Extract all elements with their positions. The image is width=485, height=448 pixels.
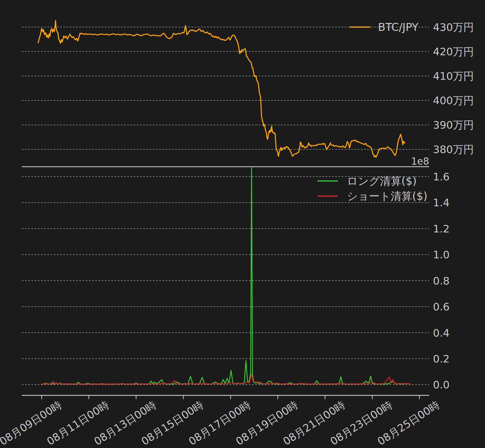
axes-separator: 1e8: [22, 156, 429, 167]
liquidation-gridlines: [22, 177, 429, 385]
price-y-tick-label: 420万円: [433, 46, 474, 58]
price-y-tick-label: 410万円: [433, 70, 474, 82]
dual-chart-figure: 430万円420万円410万円400万円390万円380万円 BTC/JPY 1…: [0, 0, 485, 448]
liquidation-y-tick-label: 0.0: [433, 379, 450, 391]
price-legend: BTC/JPY: [350, 21, 419, 33]
liquidation-y-tick-labels: 1.61.41.21.00.80.60.40.20.0: [433, 171, 450, 391]
liquidation-y-tick-label: 0.8: [433, 275, 450, 287]
price-y-tick-label: 380万円: [433, 143, 474, 155]
x-tick-marks: [42, 395, 420, 399]
price-y-tick-label: 390万円: [433, 119, 474, 131]
price-legend-label: BTC/JPY: [378, 21, 419, 33]
x-tick-labels: 08月09日00時08月11日00時08月13日00時08月15日00時08月1…: [0, 399, 442, 447]
liquidation-y-tick-label: 1.2: [433, 223, 450, 235]
liquidation-chart: 1.61.41.21.00.80.60.40.20.0 08月09日00時08月…: [0, 167, 450, 447]
price-y-tick-label: 400万円: [433, 95, 474, 106]
liquidation-y-tick-label: 0.4: [433, 327, 450, 339]
offset-label-1e8: 1e8: [411, 156, 429, 167]
liquidation-y-tick-label: 1.4: [433, 197, 450, 209]
short-legend-label: ショート清算($): [347, 190, 427, 202]
figure-canvas: 430万円420万円410万円400万円390万円380万円 BTC/JPY 1…: [0, 0, 485, 448]
liquidation-legend: ロング清算($) ショート清算($): [318, 175, 427, 202]
price-y-tick-label: 430万円: [433, 21, 474, 33]
price-chart: 430万円420万円410万円400万円390万円380万円 BTC/JPY: [22, 20, 474, 157]
price-gridlines: [22, 27, 429, 149]
long-legend-label: ロング清算($): [347, 175, 417, 187]
price-line-btcjpy: [38, 20, 405, 157]
liquidation-y-tick-label: 0.6: [433, 301, 450, 313]
price-y-tick-labels: 430万円420万円410万円400万円390万円380万円: [433, 21, 474, 155]
liquidation-y-tick-label: 1.6: [433, 171, 450, 183]
liquidation-y-tick-label: 1.0: [433, 249, 450, 261]
liquidation-y-tick-label: 0.2: [433, 353, 450, 365]
